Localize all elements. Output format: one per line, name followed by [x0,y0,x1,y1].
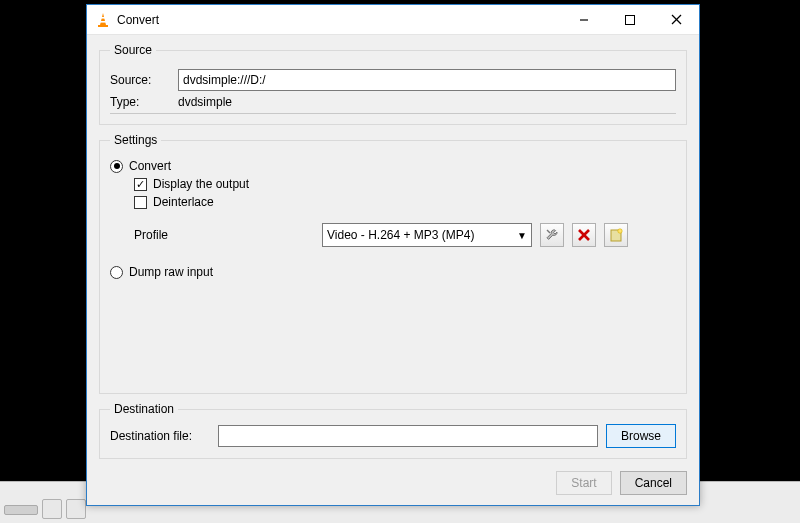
destination-legend: Destination [110,402,178,416]
source-group: Source Source: Type: dvdsimple [99,43,687,125]
vlc-btn-1[interactable] [42,499,62,519]
cancel-button[interactable]: Cancel [620,471,687,495]
convert-radio[interactable]: Convert [110,159,171,173]
destination-file-input[interactable] [218,425,598,447]
source-legend: Source [110,43,156,57]
display-output-label: Display the output [153,177,249,191]
checkbox-icon [134,196,147,209]
delete-profile-button[interactable] [572,223,596,247]
dump-raw-radio[interactable]: Dump raw input [110,265,213,279]
deinterlace-checkbox[interactable]: Deinterlace [134,195,214,209]
volume-slider-stub[interactable] [4,505,38,515]
svg-point-10 [618,229,622,233]
profile-value: Video - H.264 + MP3 (MP4) [327,228,475,242]
source-separator [110,113,676,114]
new-profile-icon [608,227,624,243]
window-title: Convert [117,13,561,27]
chevron-down-icon: ▼ [517,230,527,241]
delete-icon [576,227,592,243]
source-input[interactable] [178,69,676,91]
vlc-btn-2[interactable] [66,499,86,519]
wrench-icon [544,227,560,243]
display-output-checkbox[interactable]: Display the output [134,177,249,191]
svg-rect-2 [100,21,106,23]
close-button[interactable] [653,5,699,34]
titlebar: Convert [87,5,699,35]
close-icon [671,14,682,25]
maximize-button[interactable] [607,5,653,34]
radio-icon [110,160,123,173]
maximize-icon [625,15,635,25]
new-profile-button[interactable] [604,223,628,247]
source-label: Source: [110,73,170,87]
destination-file-label: Destination file: [110,429,210,443]
destination-group: Destination Destination file: Browse [99,402,687,459]
checkbox-icon [134,178,147,191]
edit-profile-button[interactable] [540,223,564,247]
svg-rect-1 [101,17,106,19]
type-value: dvdsimple [178,95,232,109]
dialog-action-row: Start Cancel [99,467,687,495]
minimize-button[interactable] [561,5,607,34]
profile-label: Profile [134,228,314,242]
convert-dialog: Convert Source Source: [86,4,700,506]
svg-marker-0 [100,13,106,25]
start-button[interactable]: Start [556,471,611,495]
browse-button[interactable]: Browse [606,424,676,448]
settings-legend: Settings [110,133,161,147]
settings-group: Settings Convert Display the output [99,133,687,394]
type-label: Type: [110,95,170,109]
convert-radio-label: Convert [129,159,171,173]
profile-dropdown[interactable]: Video - H.264 + MP3 (MP4) ▼ [322,223,532,247]
dump-raw-label: Dump raw input [129,265,213,279]
radio-icon [110,266,123,279]
deinterlace-label: Deinterlace [153,195,214,209]
vlc-cone-icon [95,12,111,28]
svg-rect-3 [98,25,108,27]
